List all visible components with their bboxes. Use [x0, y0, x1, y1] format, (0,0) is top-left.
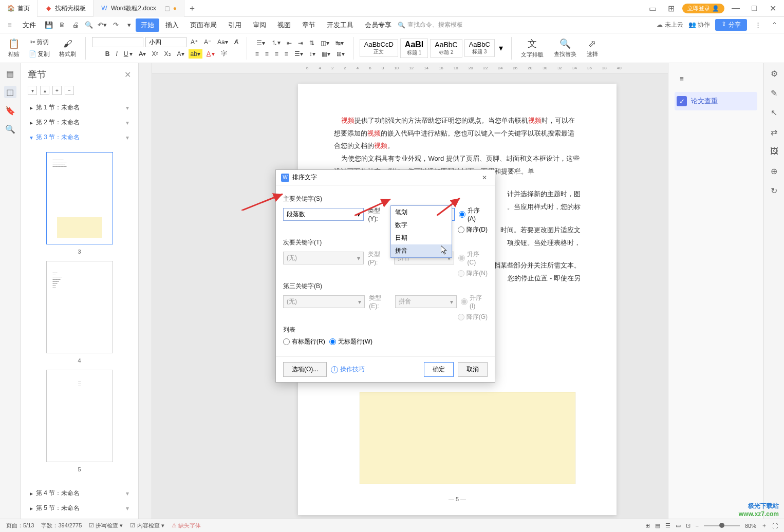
style-heading3[interactable]: AaBbC 标题 3: [464, 39, 495, 57]
missing-font[interactable]: ⚠ 缺失字体: [172, 522, 201, 529]
word-count[interactable]: 字数：394/2775: [41, 522, 82, 529]
view-mode-print-icon[interactable]: ▤: [655, 522, 660, 529]
menu-insert[interactable]: 插入: [160, 18, 184, 32]
collapse-all-icon[interactable]: ▾: [28, 86, 37, 95]
thesis-check-button[interactable]: ✓ 论文查重: [675, 92, 757, 110]
navigation-icon[interactable]: ◫: [4, 86, 16, 98]
edit-icon[interactable]: ✎: [768, 87, 780, 99]
highlight-button[interactable]: ab▾: [189, 49, 202, 59]
font-name-select[interactable]: [92, 37, 143, 47]
options-button[interactable]: 选项(O)...: [283, 362, 327, 377]
content-check[interactable]: ☑ 内容检查 ▾: [130, 522, 164, 529]
menu-reference[interactable]: 引用: [223, 18, 247, 32]
close-button[interactable]: ✕: [766, 1, 780, 15]
login-button[interactable]: 立即登录 👤: [682, 4, 724, 13]
spell-check[interactable]: ☑ 拼写检查 ▾: [89, 522, 123, 529]
distribute-button[interactable]: ☰▾: [292, 49, 305, 59]
menu-devtools[interactable]: 开发工具: [322, 18, 359, 32]
print-preview-icon[interactable]: 🔍: [83, 20, 95, 31]
strikethrough-button[interactable]: A̶▾: [137, 49, 148, 59]
file-menu[interactable]: 文件: [17, 18, 41, 32]
bookmark-icon[interactable]: 🔖: [4, 104, 16, 117]
justify-button[interactable]: ≡: [283, 49, 290, 59]
menu-member[interactable]: 会员专享: [360, 18, 397, 32]
share-button[interactable]: ⇪ 分享: [715, 19, 747, 31]
shading-button[interactable]: ▦▾: [320, 49, 332, 59]
align-right-button[interactable]: ≡: [273, 49, 281, 59]
find-replace-button[interactable]: 🔍 查找替换: [551, 37, 580, 59]
pointer-icon[interactable]: ↖: [768, 106, 780, 119]
panel-close-icon[interactable]: ✕: [124, 70, 131, 80]
increase-indent-button[interactable]: ⇥: [296, 39, 305, 48]
header-row-radio[interactable]: 有标题行(R): [283, 337, 325, 346]
maximize-button[interactable]: □: [747, 1, 761, 15]
change-case-icon[interactable]: Aa▾: [215, 37, 230, 47]
tab-menu-icon[interactable]: ▢: [164, 5, 170, 12]
collapse-ribbon-icon[interactable]: ⌃: [769, 20, 780, 31]
select-button[interactable]: ⬀ 选择: [584, 37, 601, 59]
dropdown-icon[interactable]: ▾: [123, 20, 135, 31]
align-left-button[interactable]: ≡: [253, 49, 261, 59]
rp-menu-toggle[interactable]: ≡: [675, 69, 757, 88]
share-icon[interactable]: ⇄: [768, 126, 780, 138]
text-effect-button[interactable]: A▾: [175, 49, 186, 59]
zoom-out-button[interactable]: −: [696, 523, 699, 529]
section-item-4[interactable]: ▸ 第 4 节：未命名▾: [21, 486, 138, 501]
more-icon[interactable]: ⋮: [752, 20, 763, 31]
settings-icon[interactable]: ⚙: [768, 67, 780, 80]
italic-button[interactable]: I: [114, 49, 119, 59]
phonetic-button[interactable]: 字: [219, 48, 229, 59]
history-icon[interactable]: ↻: [768, 184, 780, 197]
desc1-radio[interactable]: 降序(D): [458, 225, 488, 234]
outline-icon[interactable]: ▤: [4, 67, 16, 80]
print-icon[interactable]: 🖨: [70, 20, 81, 31]
view-mode-read-icon[interactable]: ▭: [676, 522, 681, 529]
font-size-select[interactable]: [145, 37, 186, 47]
decrease-font-icon[interactable]: A⁻: [202, 37, 213, 47]
dd-option-1[interactable]: 数字: [391, 219, 452, 232]
section-item-2[interactable]: ▸ 第 2 节：未命名▾: [21, 115, 138, 130]
style-heading1[interactable]: AaBl 标题 1: [400, 39, 428, 58]
copy-button[interactable]: 📄 复制: [27, 49, 52, 60]
fullscreen-icon[interactable]: ⛶: [772, 523, 778, 529]
dialog-titlebar[interactable]: W 排序文字 ✕: [276, 170, 495, 185]
cut-button[interactable]: ✂ 剪切: [28, 37, 51, 48]
secondary-key-select[interactable]: (无)▾: [283, 252, 364, 264]
dialog-close-button[interactable]: ✕: [479, 174, 490, 181]
zoom-in-button[interactable]: ＋: [761, 522, 767, 529]
view-mode-web-icon[interactable]: ⊞: [645, 522, 650, 529]
menu-view[interactable]: 视图: [272, 18, 296, 32]
zoom-fit-icon[interactable]: ⊡: [686, 522, 690, 529]
ok-button[interactable]: 确定: [424, 362, 454, 377]
section-item-1[interactable]: ▸ 第 1 节：未命名▾: [21, 100, 138, 115]
save-as-icon[interactable]: 🗎: [57, 20, 68, 31]
tab-add-button[interactable]: ＋: [184, 3, 200, 14]
redo-icon[interactable]: ↷: [110, 20, 121, 31]
underline-button[interactable]: U▾: [122, 49, 135, 59]
paste-button[interactable]: 📋 粘贴: [5, 37, 23, 59]
subscript-button[interactable]: X₂: [162, 49, 173, 59]
view-mode-outline-icon[interactable]: ☰: [665, 522, 670, 529]
line-spacing-button[interactable]: ↕▾: [307, 49, 318, 59]
hamburger-icon[interactable]: ≡: [4, 20, 15, 31]
cloud-status[interactable]: ☁ 未上云: [657, 21, 683, 29]
dd-option-0[interactable]: 笔划: [391, 206, 452, 219]
menu-layout[interactable]: 页面布局: [185, 18, 222, 32]
font-color-button[interactable]: A▾: [204, 49, 217, 59]
search-panel-icon[interactable]: 🔍: [4, 123, 16, 135]
bold-button[interactable]: B: [103, 49, 112, 59]
expand-all-icon[interactable]: ▴: [40, 86, 49, 95]
format-painter-button[interactable]: 🖌 格式刷: [56, 37, 79, 59]
location-icon[interactable]: ⊕: [768, 165, 780, 177]
numbering-button[interactable]: ⒈▾: [269, 37, 283, 48]
menu-chapter[interactable]: 章节: [297, 18, 321, 32]
no-header-row-radio[interactable]: 无标题行(W): [329, 337, 372, 346]
horizontal-ruler[interactable]: 642246810121416182022242628303234363840: [152, 63, 668, 73]
asc1-radio[interactable]: 升序(A): [459, 206, 488, 222]
dd-option-2[interactable]: 日期: [391, 232, 452, 244]
decrease-indent-button[interactable]: ⇤: [285, 39, 294, 48]
style-heading2[interactable]: AaBbC 标题 2: [430, 39, 462, 58]
cancel-button[interactable]: 取消: [458, 362, 488, 377]
vertical-ruler[interactable]: [139, 63, 152, 519]
border-button[interactable]: ⊞▾: [334, 49, 347, 59]
